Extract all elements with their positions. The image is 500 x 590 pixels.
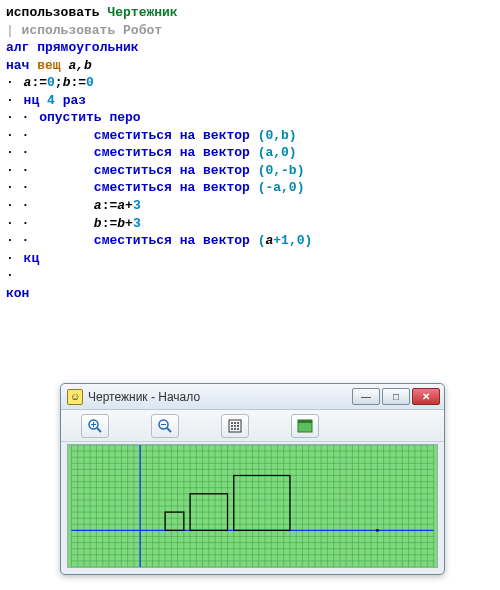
code-line: · · сместиться на вектор (a,0) — [6, 144, 494, 162]
svg-rect-18 — [298, 420, 312, 423]
svg-line-5 — [167, 428, 171, 432]
fit-button[interactable] — [221, 414, 249, 438]
home-button[interactable] — [291, 414, 319, 438]
code-line: · a:=0;b:=0 — [6, 74, 494, 92]
code-line: | использовать Робот — [6, 22, 494, 40]
svg-point-10 — [237, 422, 239, 424]
window-title: Чертежник - Начало — [88, 390, 350, 404]
zoom-in-button[interactable] — [81, 414, 109, 438]
zoom-in-icon — [87, 418, 103, 434]
minimize-icon: — — [361, 391, 371, 402]
code-line: нач вещ a,b — [6, 57, 494, 75]
svg-point-8 — [231, 422, 233, 424]
svg-rect-101 — [165, 512, 184, 530]
svg-point-104 — [376, 529, 379, 532]
canvas-svg — [68, 445, 437, 567]
code-line: использовать Чертежник — [6, 4, 494, 22]
app-icon: ☺ — [67, 389, 83, 405]
svg-point-11 — [231, 425, 233, 427]
code-line: · · b:=b+3 — [6, 215, 494, 233]
code-line: · · сместиться на вектор (0,-b) — [6, 162, 494, 180]
window-icon — [297, 419, 313, 433]
zoom-out-icon — [157, 418, 173, 434]
code-line: · кц — [6, 250, 494, 268]
maximize-icon: □ — [393, 391, 399, 402]
code-line: · — [6, 267, 494, 285]
code-line: · · сместиться на вектор (0,b) — [6, 127, 494, 145]
code-line: алг прямоугольник — [6, 39, 494, 57]
svg-point-13 — [237, 425, 239, 427]
drawer-window: ☺ Чертежник - Начало — □ ✕ — [60, 383, 445, 575]
toolbar — [61, 410, 444, 442]
canvas[interactable] — [67, 444, 438, 568]
titlebar[interactable]: ☺ Чертежник - Начало — □ ✕ — [61, 384, 444, 410]
code-line: · · опустить перо — [6, 109, 494, 127]
svg-rect-103 — [234, 476, 290, 531]
zoom-out-button[interactable] — [151, 414, 179, 438]
svg-point-16 — [237, 428, 239, 430]
code-line: · нц 4 раз — [6, 92, 494, 110]
svg-point-15 — [234, 428, 236, 430]
code-line: · · сместиться на вектор (-a,0) — [6, 179, 494, 197]
code-editor[interactable]: использовать Чертежник | использовать Ро… — [0, 0, 500, 306]
code-line: · · a:=a+3 — [6, 197, 494, 215]
code-line: кон — [6, 285, 494, 303]
grid-icon — [228, 419, 242, 433]
svg-line-1 — [97, 428, 101, 432]
svg-point-9 — [234, 422, 236, 424]
svg-point-12 — [234, 425, 236, 427]
code-line: · · сместиться на вектор (a+1,0) — [6, 232, 494, 250]
minimize-button[interactable]: — — [352, 388, 380, 405]
maximize-button[interactable]: □ — [382, 388, 410, 405]
close-icon: ✕ — [422, 391, 430, 402]
svg-point-14 — [231, 428, 233, 430]
close-button[interactable]: ✕ — [412, 388, 440, 405]
